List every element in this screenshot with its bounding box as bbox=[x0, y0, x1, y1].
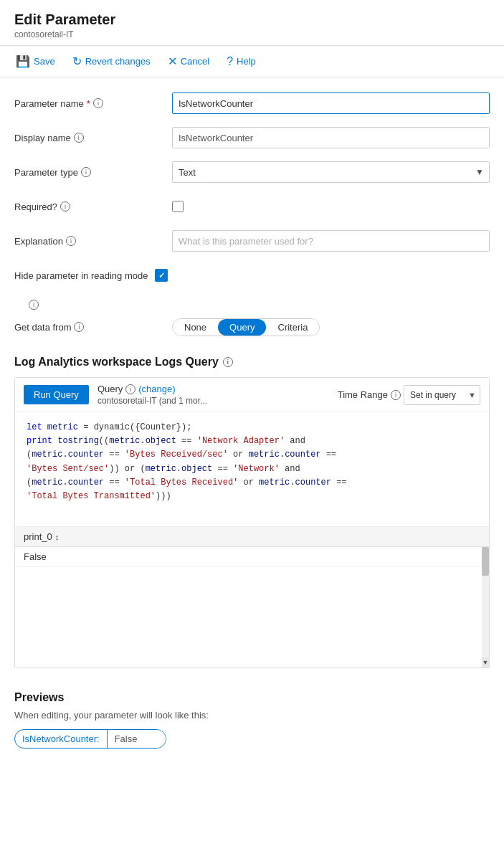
cancel-icon: ✕ bbox=[168, 54, 177, 68]
parameter-type-info-icon[interactable]: i bbox=[81, 167, 91, 177]
page-subtitle: contosoretail-IT bbox=[14, 29, 490, 39]
time-range-info-icon[interactable]: i bbox=[391, 390, 401, 400]
results-scrollable[interactable]: False ▼ bbox=[15, 547, 489, 667]
hide-param-label: Hide parameter in reading mode bbox=[14, 270, 148, 281]
explanation-input[interactable] bbox=[172, 230, 490, 252]
help-icon: ? bbox=[227, 55, 233, 68]
revert-icon: ↻ bbox=[72, 54, 82, 68]
parameter-name-label: Parameter name * i bbox=[14, 98, 172, 109]
parameter-name-input[interactable] bbox=[172, 92, 490, 114]
run-query-button[interactable]: Run Query bbox=[24, 385, 89, 404]
preview-parameter-label: IsNetworkCounter: bbox=[15, 730, 108, 748]
display-name-info-icon[interactable]: i bbox=[74, 133, 84, 143]
sort-icon: ↕ bbox=[55, 533, 60, 541]
query-label: Query i (change) bbox=[98, 384, 207, 394]
explanation-row: Explanation i bbox=[14, 229, 490, 252]
parameter-type-select-wrapper: Text Integer DateTime ▼ bbox=[172, 161, 490, 183]
previews-description: When editing, your parameter will look l… bbox=[14, 710, 490, 721]
required-row: Required? i bbox=[14, 195, 490, 218]
required-info-icon[interactable]: i bbox=[60, 201, 70, 212]
query-source: contosoretail-IT (and 1 mor... bbox=[98, 396, 207, 406]
previews-title: Previews bbox=[14, 691, 490, 704]
display-name-row: Display name i bbox=[14, 126, 490, 149]
time-range-wrapper: Time Range i Set in query Last hour Last… bbox=[338, 385, 480, 405]
parameter-type-row: Parameter type i Text Integer DateTime ▼ bbox=[14, 161, 490, 184]
page-header: Edit Parameter contosoretail-IT bbox=[0, 0, 504, 46]
get-data-none-button[interactable]: None bbox=[173, 319, 218, 336]
save-button[interactable]: 💾 Save bbox=[14, 52, 57, 71]
hide-param-row: Hide parameter in reading mode bbox=[14, 264, 490, 287]
page-title: Edit Parameter bbox=[14, 11, 490, 28]
result-row-0: False bbox=[15, 547, 489, 567]
required-star: * bbox=[87, 98, 90, 109]
get-data-options: None Query Criteria bbox=[172, 318, 320, 336]
scrollbar-track[interactable]: ▼ bbox=[482, 547, 489, 667]
scrollbar-thumb[interactable] bbox=[482, 547, 489, 576]
query-container: Run Query Query i (change) contosoretail… bbox=[14, 377, 490, 668]
explanation-info-icon[interactable]: i bbox=[66, 236, 76, 246]
results-header: print_0 ↕ bbox=[15, 527, 489, 547]
get-data-label: Get data from i bbox=[14, 322, 172, 333]
parameter-type-label: Parameter type i bbox=[14, 167, 172, 178]
query-change-link[interactable]: (change) bbox=[138, 384, 175, 394]
time-range-select-wrapper: Set in query Last hour Last 24 hours ▼ bbox=[404, 385, 480, 405]
results-empty-space bbox=[15, 567, 489, 667]
query-section-info-icon[interactable]: i bbox=[223, 357, 233, 367]
parameter-type-select[interactable]: Text Integer DateTime bbox=[172, 161, 490, 183]
revert-changes-button[interactable]: ↻ Revert changes bbox=[71, 52, 152, 71]
parameter-name-info-icon[interactable]: i bbox=[93, 98, 103, 108]
cancel-button[interactable]: ✕ Cancel bbox=[166, 52, 211, 71]
results-column-header[interactable]: print_0 ↕ bbox=[24, 531, 59, 542]
preview-pill: IsNetworkCounter: False bbox=[14, 729, 166, 749]
hide-param-note-icon: i bbox=[29, 300, 39, 310]
parameter-name-row: Parameter name * i bbox=[14, 92, 490, 115]
save-icon: 💾 bbox=[16, 54, 30, 68]
hide-param-note: i bbox=[14, 298, 490, 315]
query-code-area[interactable]: let metric = dynamic({Counter}); print t… bbox=[15, 412, 489, 527]
previews-section: Previews When editing, your parameter wi… bbox=[0, 680, 504, 760]
toolbar: 💾 Save ↻ Revert changes ✕ Cancel ? Help bbox=[0, 46, 504, 77]
results-area: print_0 ↕ False ▼ bbox=[15, 527, 489, 667]
edit-parameter-form: Parameter name * i Display name i Parame… bbox=[0, 77, 504, 338]
get-data-row: Get data from i None Query Criteria bbox=[14, 315, 490, 338]
query-info-icon[interactable]: i bbox=[125, 384, 135, 394]
explanation-label: Explanation i bbox=[14, 236, 172, 247]
required-checkbox[interactable] bbox=[172, 201, 184, 212]
get-data-criteria-button[interactable]: Criteria bbox=[266, 319, 319, 336]
query-header: Run Query Query i (change) contosoretail… bbox=[15, 378, 489, 412]
required-label: Required? i bbox=[14, 201, 172, 212]
get-data-info-icon[interactable]: i bbox=[74, 322, 84, 332]
help-button[interactable]: ? Help bbox=[225, 52, 257, 71]
scrollbar-down-arrow[interactable]: ▼ bbox=[482, 657, 489, 667]
time-range-select[interactable]: Set in query Last hour Last 24 hours bbox=[404, 385, 480, 405]
query-section-title: Log Analytics workspace Logs Query i bbox=[0, 350, 504, 377]
hide-param-checkbox[interactable] bbox=[155, 269, 168, 282]
preview-parameter-value: False bbox=[108, 730, 166, 748]
display-name-input[interactable] bbox=[172, 127, 490, 148]
required-checkbox-wrapper bbox=[172, 201, 184, 212]
get-data-query-button[interactable]: Query bbox=[218, 319, 266, 336]
display-name-label: Display name i bbox=[14, 133, 172, 143]
